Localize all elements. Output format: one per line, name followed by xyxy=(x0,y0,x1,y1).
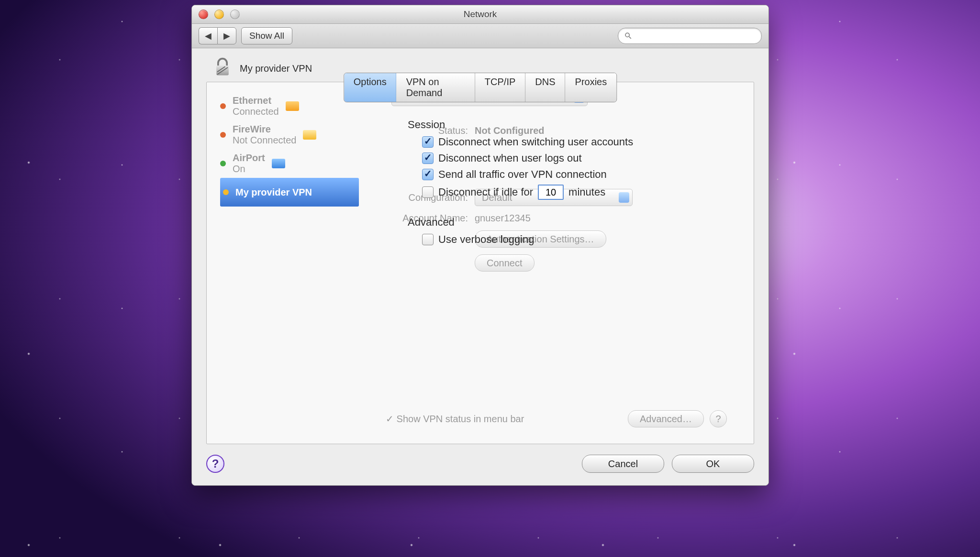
lock-icon xyxy=(212,57,233,80)
window-close-button[interactable] xyxy=(199,10,208,19)
ok-button[interactable]: OK xyxy=(672,455,754,473)
label-disconnect-switch-users: Disconnect when switching user accounts xyxy=(438,136,633,148)
toolbar: ◀ ▶ Show All xyxy=(192,24,768,48)
show-all-button[interactable]: Show All xyxy=(241,27,292,44)
nav-back-forward-group: ◀ ▶ xyxy=(199,27,236,44)
checkbox-disconnect-idle[interactable] xyxy=(422,186,434,198)
cancel-button[interactable]: Cancel xyxy=(582,455,664,473)
checkbox-send-all-traffic[interactable] xyxy=(422,169,434,180)
content-area: My provider VPN EthernetConnected FireWi… xyxy=(192,48,768,485)
checkbox-verbose-logging[interactable] xyxy=(422,234,434,245)
show-all-label: Show All xyxy=(249,31,284,41)
tab-vpn-on-demand[interactable]: VPN on Demand xyxy=(397,73,475,102)
network-preferences-window: Network ◀ ▶ Show All xyxy=(191,5,769,486)
window-minimize-button[interactable] xyxy=(214,10,224,19)
row-send-all-traffic: Send all traffic over VPN connection xyxy=(422,168,735,181)
search-field[interactable] xyxy=(618,28,762,44)
row-disconnect-logout: Disconnect when user logs out xyxy=(422,152,735,164)
forward-button[interactable]: ▶ xyxy=(217,27,236,44)
desktop-wallpaper: Network ◀ ▶ Show All xyxy=(0,0,980,557)
tab-proxies[interactable]: Proxies xyxy=(566,73,617,102)
label-idle-suffix: minutes xyxy=(568,186,605,198)
help-icon: ? xyxy=(212,457,219,470)
session-heading: Session xyxy=(408,119,735,131)
checkbox-disconnect-switch-users[interactable] xyxy=(422,136,434,148)
idle-minutes-input[interactable] xyxy=(538,185,564,200)
forward-arrow-icon: ▶ xyxy=(223,31,230,41)
label-disconnect-logout: Disconnect when user logs out xyxy=(438,152,582,164)
window-controls xyxy=(199,5,240,23)
label-verbose-logging: Use verbose logging xyxy=(438,233,535,246)
window-zoom-button[interactable] xyxy=(230,10,240,19)
tab-dns[interactable]: DNS xyxy=(525,73,565,102)
settings-sheet: EthernetConnected FireWireNot Connected … xyxy=(206,82,754,444)
label-send-all-traffic: Send all traffic over VPN connection xyxy=(438,168,607,181)
cancel-label: Cancel xyxy=(608,459,638,470)
options-tab-content: Session Disconnect when switching user a… xyxy=(408,119,735,246)
row-disconnect-idle: Disconnect if idle for minutes xyxy=(422,185,735,200)
tab-tcpip[interactable]: TCP/IP xyxy=(475,73,525,102)
label-idle-prefix: Disconnect if idle for xyxy=(438,186,533,198)
advanced-heading: Advanced xyxy=(408,216,735,229)
ok-label: OK xyxy=(706,459,720,470)
tab-options[interactable]: Options xyxy=(344,73,397,102)
tab-bar: Options VPN on Demand TCP/IP DNS Proxies xyxy=(344,73,617,102)
row-verbose-logging: Use verbose logging xyxy=(422,233,735,246)
help-button[interactable]: ? xyxy=(206,455,224,473)
connection-name: My provider VPN xyxy=(240,63,312,74)
sheet-footer: ? Cancel OK xyxy=(206,455,754,473)
search-input[interactable] xyxy=(636,31,756,42)
search-icon xyxy=(624,32,633,40)
window-titlebar: Network xyxy=(192,5,768,24)
row-disconnect-switch-users: Disconnect when switching user accounts xyxy=(422,136,735,148)
back-arrow-icon: ◀ xyxy=(205,31,212,41)
window-title: Network xyxy=(464,9,497,20)
back-button[interactable]: ◀ xyxy=(199,27,217,44)
checkbox-disconnect-logout[interactable] xyxy=(422,153,434,164)
